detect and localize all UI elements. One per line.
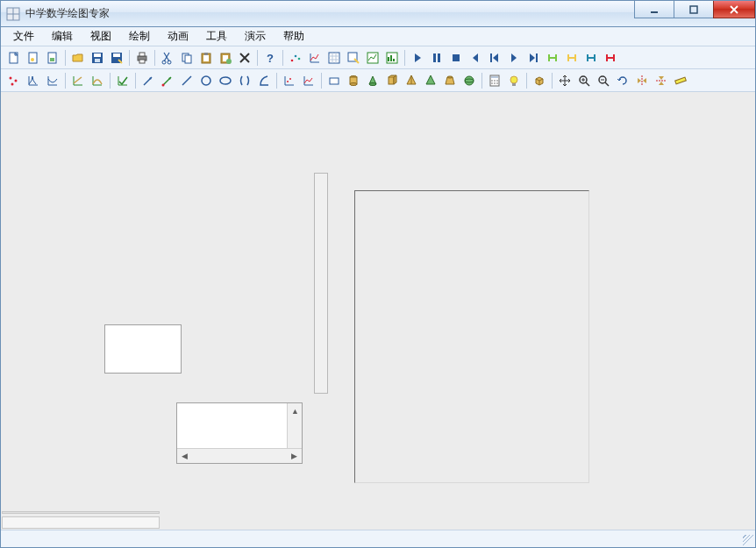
angle-icon[interactable] [254,71,274,90]
step-fwd-icon[interactable] [504,48,524,68]
calc-icon[interactable] [485,71,504,90]
vector-icon[interactable] [139,71,158,90]
shape-pyr-icon[interactable] [402,71,421,90]
menu-present[interactable]: 演示 [238,27,273,46]
copy-icon[interactable] [177,48,196,68]
workspace[interactable]: ▲ ◀ ▶ [1,92,755,530]
window-title: 中学数学绘图专家 [25,6,110,21]
separator [110,73,111,89]
axis-2-icon[interactable] [299,71,318,90]
play-icon[interactable] [408,48,427,68]
axis-1-icon[interactable] [280,71,299,90]
separator [65,50,66,66]
menu-draw[interactable]: 绘制 [122,27,157,46]
delete-icon[interactable] [235,48,254,68]
separator [135,73,136,89]
shape-cone-icon[interactable] [363,71,382,90]
help-icon[interactable]: ? [260,48,280,68]
go-end-icon[interactable] [524,48,543,68]
status-bar [1,530,755,547]
new-doc-3-icon[interactable] [43,48,62,68]
points-icon[interactable] [4,71,24,90]
close-button[interactable] [713,1,755,18]
seg-a-icon[interactable] [543,48,562,68]
menu-anim[interactable]: 动画 [160,27,196,46]
scrollbar-vertical[interactable]: ▲ [287,403,302,448]
separator [526,73,527,89]
ruler-icon[interactable] [671,71,690,90]
grid-chart-icon[interactable] [325,48,344,68]
panel-list[interactable]: ▲ ◀ ▶ [176,402,303,464]
panel-vertical-slim[interactable] [314,173,328,394]
paste-icon[interactable] [196,48,216,68]
curve-v-icon[interactable] [24,71,43,90]
scrollbar-horizontal[interactable]: ◀ ▶ [177,448,302,463]
zoom-in-icon[interactable] [574,71,594,90]
seg-c-icon[interactable] [581,48,601,68]
panel-large[interactable] [354,190,589,483]
shape-sphere-icon[interactable] [460,71,479,90]
svg-point-50 [15,79,18,82]
app-icon [6,7,20,21]
ellipse-icon[interactable] [216,71,235,90]
zoom-out-icon[interactable] [594,71,613,90]
svg-rect-24 [204,53,208,55]
svg-rect-75 [512,83,516,86]
flip-h-icon[interactable] [632,71,652,90]
scroll-left-icon[interactable]: ◀ [177,449,192,464]
svg-point-73 [496,82,498,84]
svg-rect-78 [675,77,687,84]
paren-icon[interactable] [235,71,254,90]
maximize-button[interactable] [674,1,714,18]
step-back-icon[interactable] [466,48,485,68]
scroll-right-icon[interactable]: ▶ [287,449,302,464]
move-icon[interactable] [555,71,574,90]
new-doc-2-icon[interactable] [24,48,43,68]
menu-help[interactable]: 帮助 [276,27,311,46]
bulb-icon[interactable] [504,71,524,90]
paste-special-icon[interactable] [216,48,235,68]
menu-file[interactable]: 文件 [6,27,41,46]
cut-icon[interactable] [158,48,177,68]
svg-rect-14 [113,53,120,57]
save-as-icon[interactable] [107,48,126,68]
cube-icon[interactable] [530,71,549,90]
flip-v-icon[interactable] [652,71,671,90]
seg-d-icon[interactable] [601,48,620,68]
graph-2-icon[interactable] [88,71,107,90]
svg-rect-42 [555,54,557,61]
scatter-icon[interactable] [286,48,305,68]
menu-tools[interactable]: 工具 [199,27,234,46]
stop-icon[interactable] [446,48,466,68]
save-icon[interactable] [88,48,107,68]
shape-cone-g-icon[interactable] [421,71,440,90]
rotate-icon[interactable] [613,71,632,90]
vector-2-icon[interactable] [158,71,177,90]
chart-green-2-icon[interactable] [382,48,402,68]
line-icon[interactable] [177,71,196,90]
shape-rect-icon[interactable] [325,71,344,90]
go-start-icon[interactable] [485,48,504,68]
panel-small[interactable] [104,324,182,374]
print-icon[interactable] [132,48,152,68]
new-doc-icon[interactable] [4,48,24,68]
chart-green-icon[interactable] [363,48,382,68]
shape-frustum-icon[interactable] [440,71,460,90]
minimize-button[interactable] [634,1,674,18]
scroll-up-icon[interactable]: ▲ [288,403,303,418]
pause-icon[interactable] [427,48,446,68]
shape-prism-icon[interactable] [382,71,402,90]
open-icon[interactable] [68,48,88,68]
graph-check-icon[interactable] [113,71,132,90]
menu-view[interactable]: 视图 [83,27,118,46]
seg-b-icon[interactable] [562,48,581,68]
curve-q-icon[interactable] [43,71,62,90]
chart-edit-icon[interactable] [344,48,363,68]
svg-rect-9 [50,58,54,61]
menu-edit[interactable]: 编辑 [45,27,80,46]
svg-rect-23 [203,55,209,61]
chart-icon[interactable] [305,48,325,68]
shape-cyl-icon[interactable] [344,71,363,90]
circle-icon[interactable] [196,71,216,90]
graph-1-icon[interactable] [68,71,88,90]
